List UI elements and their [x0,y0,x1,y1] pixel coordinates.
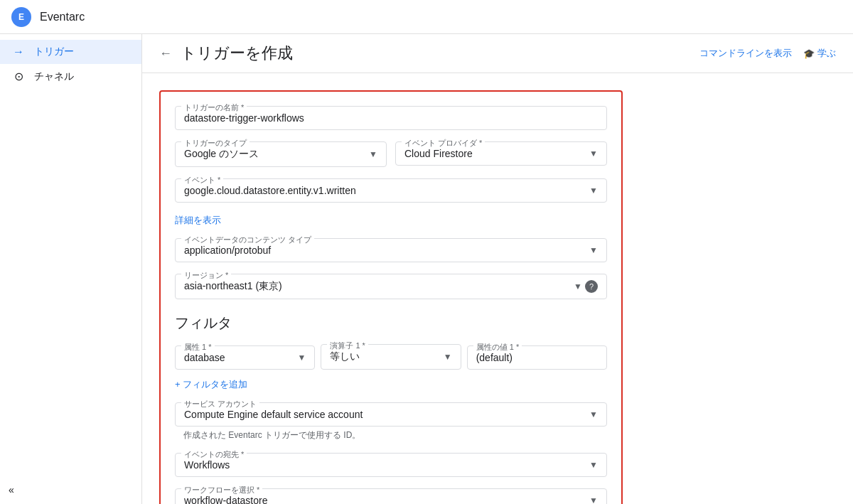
attribute1-select[interactable]: 属性 1 * database ▼ [175,345,315,370]
workflow-select-field: ワークフローを選択 * workflow-datastore ▼ [175,488,607,504]
workflow-select[interactable]: ワークフローを選択 * workflow-datastore ▼ [175,488,607,504]
service-account-field: サービス アカウント Compute Engine default servic… [175,402,607,441]
sidebar-item-channels-label: チャネル [34,70,74,83]
learn-button[interactable]: 🎓 学ぶ [803,47,836,60]
attribute1-arrow: ▼ [297,353,306,363]
event-field: イベント * google.cloud.datastore.entity.v1.… [175,178,607,203]
app-name: Eventarc [40,11,85,23]
service-account-value: Compute Engine default service account [184,409,589,420]
cmd-link[interactable]: コマンドラインを表示 [699,47,792,60]
add-filter-button[interactable]: + フィルタを追加 [175,378,607,391]
page-header-left: ← トリガーを作成 [159,43,293,64]
content-type-label: イベントデータのコンテンツ タイプ [181,235,314,245]
page-header: ← トリガーを作成 コマンドラインを表示 🎓 学ぶ [142,34,853,73]
region-arrow: ▼ [574,282,582,291]
event-destination-value: Workflows [184,459,589,471]
region-label: リージョン * [181,270,231,281]
main-content: ← トリガーを作成 コマンドラインを表示 🎓 学ぶ トリガーの名前 * [142,34,853,504]
event-destination-field: イベントの宛先 * Workflows ▼ [175,453,607,477]
attr-value1-wrapper: 属性の値 1 * [467,345,607,370]
sidebar-item-triggers[interactable]: → トリガー [0,40,141,64]
workflow-select-arrow: ▼ [589,495,598,504]
trigger-name-wrapper: トリガーの名前 * [175,106,607,130]
region-field: リージョン * asia-northeast1 (東京) ▼ ? [175,274,607,299]
attr-value1-label: 属性の値 1 * [473,342,522,353]
sidebar-item-triggers-label: トリガー [34,45,74,58]
form-outline: トリガーの名前 * トリガーのタイプ Google のソース ▼ [159,90,623,504]
attribute1-value: database [184,352,297,363]
event-value: google.cloud.datastore.entity.v1.written [184,185,589,196]
sidebar: → トリガー ⊙ チャネル « [0,34,142,504]
event-destination-select[interactable]: イベントの宛先 * Workflows ▼ [175,453,607,477]
app-logo: E [11,7,31,27]
trigger-type-select[interactable]: トリガーのタイプ Google のソース ▼ [175,141,387,167]
form-container: トリガーの名前 * トリガーのタイプ Google のソース ▼ [142,73,640,504]
service-account-arrow: ▼ [589,409,598,419]
triggers-icon: → [11,45,26,58]
attr-value1-field: 属性の値 1 * [467,345,607,370]
page-header-right: コマンドラインを表示 🎓 学ぶ [699,47,836,60]
attribute1-field: 属性 1 * database ▼ [175,345,315,370]
region-help-icon[interactable]: ? [585,280,598,293]
trigger-type-label: トリガーのタイプ [181,138,250,149]
operator1-field: 演算子 1 * 等しい ▼ [321,344,461,370]
back-button[interactable]: ← [159,46,172,61]
workflow-select-label: ワークフローを選択 * [181,485,262,495]
channels-icon: ⊙ [11,70,26,83]
details-link[interactable]: 詳細を表示 [175,214,221,227]
sidebar-collapse-button[interactable]: « [9,484,14,495]
attribute1-label: 属性 1 * [181,342,215,353]
sidebar-item-channels[interactable]: ⊙ チャネル [0,64,141,89]
trigger-type-field: トリガーのタイプ Google のソース ▼ [175,141,387,167]
type-provider-row: トリガーのタイプ Google のソース ▼ イベント プロバイダ * Clou… [175,141,607,167]
trigger-name-label: トリガーの名前 * [181,102,247,113]
operator1-select[interactable]: 演算子 1 * 等しい ▼ [321,344,461,370]
content-type-field: イベントデータのコンテンツ タイプ application/protobuf ▼ [175,238,607,262]
event-destination-label: イベントの宛先 * [181,449,247,460]
region-value: asia-northeast1 (東京) [184,280,574,293]
event-label: イベント * [181,175,223,186]
service-account-label: サービス アカウント [181,399,259,409]
operator1-value: 等しい [330,350,443,363]
event-provider-select[interactable]: イベント プロバイダ * Cloud Firestore ▼ [395,141,607,166]
topbar: E Eventarc [0,0,853,34]
trigger-name-input[interactable] [184,112,598,124]
content-type-select[interactable]: イベントデータのコンテンツ タイプ application/protobuf ▼ [175,238,607,262]
page-title: トリガーを作成 [181,43,293,64]
content-type-arrow: ▼ [589,245,598,255]
region-select[interactable]: リージョン * asia-northeast1 (東京) ▼ ? [175,274,607,299]
event-provider-value: Cloud Firestore [404,148,589,159]
event-arrow: ▼ [589,186,598,195]
trigger-type-arrow: ▼ [369,149,377,159]
trigger-name-field: トリガーの名前 * [175,106,607,130]
workflow-select-value: workflow-datastore [184,495,589,504]
event-provider-field: イベント プロバイダ * Cloud Firestore ▼ [395,141,607,167]
service-account-helper: 作成された Eventarc トリガーで使用する ID。 [175,429,607,441]
event-select[interactable]: イベント * google.cloud.datastore.entity.v1.… [175,178,607,203]
content-type-value: application/protobuf [184,245,589,256]
operator1-label: 演算子 1 * [327,341,368,351]
service-account-select[interactable]: サービス アカウント Compute Engine default servic… [175,402,607,427]
event-provider-arrow: ▼ [589,149,598,159]
learn-icon: 🎓 [803,48,815,59]
attr-value1-input[interactable] [476,352,598,363]
event-provider-label: イベント プロバイダ * [402,138,485,149]
filter-row: 属性 1 * database ▼ 演算子 1 * 等しい ▼ [175,344,607,370]
trigger-type-value: Google のソース [184,148,369,161]
event-destination-arrow: ▼ [589,460,598,470]
operator1-arrow: ▼ [444,352,452,362]
filter-section-title: フィルタ [175,313,607,333]
